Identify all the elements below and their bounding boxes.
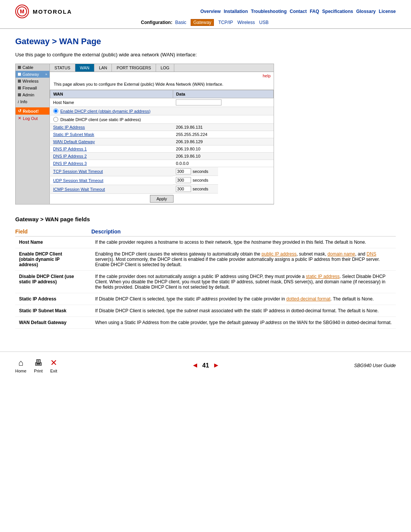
sidebar-admin-dot <box>18 93 21 96</box>
config-wireless[interactable]: Wireless <box>237 20 255 25</box>
nav-overview[interactable]: Overview <box>201 9 221 14</box>
prev-page-button[interactable]: ◄ <box>192 361 199 369</box>
icmp-seconds-label: seconds <box>193 187 208 191</box>
icmp-timeout-row: ICMP Session Wait Timeout seconds <box>50 185 274 193</box>
sim-help[interactable]: help <box>50 72 274 80</box>
dns1-link[interactable]: DNS IP Address 1 <box>53 147 87 151</box>
default-gw-link[interactable]: WAN Default Gateway <box>53 139 95 144</box>
footer-print[interactable]: 🖶 Print <box>34 358 43 373</box>
dns3-row: DNS IP Address 3 0.0.0.0 <box>50 160 274 167</box>
udp-timeout-row: UDP Session Wait Timeout seconds <box>50 176 274 185</box>
config-tcpip[interactable]: TCP/IP <box>218 20 233 25</box>
svg-text:M: M <box>20 8 24 14</box>
next-page-button[interactable]: ► <box>213 361 220 369</box>
footer-exit[interactable]: ✕ Exit <box>50 358 57 373</box>
udp-timeout-link[interactable]: UDP Session Wait Timeout <box>53 178 104 183</box>
field-desc-dhcp-enable: Enabling the DHCP client causes the wire… <box>91 248 396 270</box>
sim-description: This page allows you to configure the Ex… <box>50 80 274 90</box>
default-gw-label: WAN Default Gateway <box>50 138 173 145</box>
nav-faq[interactable]: FAQ <box>310 9 319 14</box>
icmp-timeout-input[interactable] <box>176 186 191 192</box>
link-static-ip[interactable]: static IP address <box>306 274 340 279</box>
dns1-value: 206.19.80.10 <box>173 145 273 153</box>
dhcp-enable-label[interactable]: Enable DHCP client (obtain dynamic IP ad… <box>53 109 271 113</box>
field-name-static-ip: Static IP Address <box>15 293 91 305</box>
host-name-input[interactable] <box>176 99 221 105</box>
dhcp-enable-radio[interactable] <box>53 109 58 113</box>
help-link[interactable]: help <box>263 73 271 78</box>
logout-label: Log Out <box>23 116 38 121</box>
dns3-link[interactable]: DNS IP Address 3 <box>53 161 87 166</box>
tab-log[interactable]: LOG <box>156 64 174 72</box>
logo-text: MOTOROLA <box>33 8 72 15</box>
link-public-ip[interactable]: public IP address <box>261 251 296 257</box>
static-ip-value: 206.19.86.131 <box>173 124 273 131</box>
nav-troubleshooting[interactable]: Troubleshooting <box>251 9 287 14</box>
data-col-header: Data <box>173 90 273 98</box>
footer: ⌂ Home 🖶 Print ✕ Exit ◄ 41 ► SBG940 User… <box>0 351 411 379</box>
subnet-mask-value: 255.255.255.224 <box>173 131 273 138</box>
field-column-header: Field <box>15 227 91 236</box>
link-dotted-decimal[interactable]: dotted-decimal format <box>286 296 330 302</box>
dns2-link[interactable]: DNS IP Address 2 <box>53 154 87 158</box>
sidebar-wireless[interactable]: Wireless <box>16 78 49 85</box>
static-ip-link[interactable]: Static IP Address <box>53 125 85 129</box>
sidebar-info[interactable]: i Info <box>16 98 49 105</box>
icmp-timeout-link[interactable]: ICMP Session Wait Timeout <box>53 187 105 192</box>
static-ip-row: Static IP Address 206.19.86.131 <box>50 124 274 131</box>
field-name-dhcp-enable: Enable DHCP Client(obtain dynamic IPaddr… <box>15 248 91 270</box>
config-usb[interactable]: USB <box>259 20 269 25</box>
sidebar-cable-label: Cable <box>22 65 33 70</box>
field-name-dhcp-disable: Disable DHCP Client (usestatic IP addres… <box>15 270 91 293</box>
udp-timeout-input[interactable] <box>176 177 191 183</box>
field-name-subnet-mask: Static IP Subnet Mask <box>15 305 91 316</box>
sidebar-firewall-label: Firewall <box>22 86 37 90</box>
sidebar-firewall[interactable]: Firewall <box>16 85 49 91</box>
config-basic[interactable]: Basic <box>175 20 186 25</box>
link-domain-name[interactable]: domain name <box>328 251 355 257</box>
tab-status[interactable]: STATUS <box>50 64 75 72</box>
sidebar-admin-label: Admin <box>22 93 34 97</box>
tcp-timeout-link[interactable]: TCP Session Wait Timeout <box>53 169 103 174</box>
config-gateway[interactable]: Gateway <box>191 19 214 26</box>
apply-button[interactable]: Apply <box>150 195 174 203</box>
sidebar-gateway[interactable]: Gateway » <box>16 71 49 78</box>
tab-port-triggers[interactable]: PORT TRIGGERS <box>112 64 156 72</box>
dhcp-enable-link[interactable]: Enable DHCP client (obtain dynamic IP ad… <box>61 109 151 113</box>
apply-cell: Apply <box>50 193 274 204</box>
nav-specifications[interactable]: Specifications <box>322 9 353 14</box>
sidebar-firewall-dot <box>18 86 21 89</box>
default-gw-value: 206.19.86.129 <box>173 138 273 145</box>
link-dns[interactable]: DNS <box>366 251 376 257</box>
footer-page-nav: ◄ 41 ► <box>192 361 220 369</box>
exit-label: Exit <box>50 369 57 373</box>
tcp-timeout-input[interactable] <box>176 168 191 174</box>
nav-glossary[interactable]: Glossary <box>356 9 376 14</box>
dhcp-disable-radio[interactable] <box>53 117 58 122</box>
dhcp-disable-label[interactable]: Disable DHCP client (use static IP addre… <box>53 117 271 122</box>
tab-lan[interactable]: LAN <box>94 64 112 72</box>
dns2-row: DNS IP Address 2 206.19.86.10 <box>50 153 274 160</box>
apply-row: Apply <box>50 193 274 204</box>
sidebar-info-label: Info <box>20 99 27 104</box>
sidebar-logout[interactable]: ✕ Log Out <box>16 115 49 122</box>
wan-col-header: WAN <box>50 90 173 98</box>
field-row-dhcp-enable: Enable DHCP Client(obtain dynamic IPaddr… <box>15 248 396 270</box>
nav-contact[interactable]: Contact <box>290 9 307 14</box>
subnet-mask-link[interactable]: Static IP Subnet Mask <box>53 132 94 137</box>
sidebar-reboot[interactable]: ↺ Reboot! <box>16 107 49 115</box>
sidebar-cable[interactable]: Cable <box>16 64 49 71</box>
home-label: Home <box>15 369 26 373</box>
field-name-hostname: Host Name <box>15 236 91 248</box>
dns3-value: 0.0.0.0 <box>173 160 273 167</box>
default-gw-row: WAN Default Gateway 206.19.86.129 <box>50 138 274 145</box>
nav-license[interactable]: License <box>379 9 396 14</box>
nav-installation[interactable]: Installation <box>224 9 248 14</box>
footer-nav: ⌂ Home 🖶 Print ✕ Exit <box>15 358 57 373</box>
field-row-wan-gw: WAN Default Gateway When using a Static … <box>15 316 396 328</box>
footer-home[interactable]: ⌂ Home <box>15 358 26 373</box>
tab-wan[interactable]: WAN <box>75 64 94 72</box>
page-number: 41 <box>202 362 209 369</box>
sidebar-admin[interactable]: Admin <box>16 91 49 98</box>
config-bar: Configuration: Basic Gateway TCP/IP Wire… <box>15 20 396 25</box>
